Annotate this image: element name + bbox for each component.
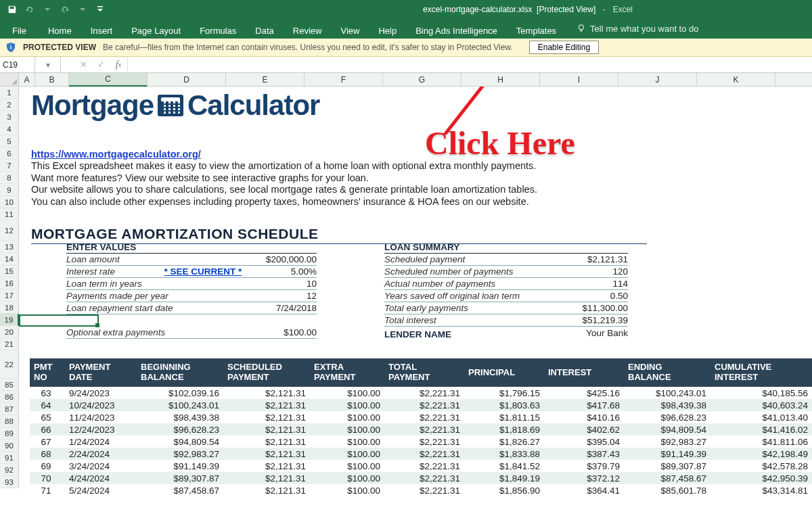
row-header-9[interactable]: 9: [0, 184, 19, 196]
cell-pmt-no: 64: [30, 400, 62, 410]
undo-icon[interactable]: [22, 2, 38, 17]
col-header-int[interactable]: INTEREST: [544, 358, 624, 387]
row-header-10[interactable]: 10: [0, 196, 19, 208]
cell-total-payment: $2,221.31: [384, 486, 464, 496]
param-value[interactable]: 5.00%: [291, 266, 317, 277]
enter-formula-icon[interactable]: ✓: [92, 57, 110, 72]
row-header-12[interactable]: 12: [0, 220, 19, 241]
row-header-20[interactable]: 20: [0, 326, 19, 338]
col-header-eb[interactable]: ENDINGBALANCE: [624, 358, 710, 387]
lender-name-value[interactable]: Your Bank: [586, 328, 628, 338]
summary-value: 114: [612, 279, 628, 289]
row-header-17[interactable]: 17: [0, 289, 19, 302]
row-header-5[interactable]: 5: [0, 135, 19, 147]
row-header-91[interactable]: 91: [0, 452, 19, 464]
col-header-date[interactable]: PAYMENTDATE: [62, 358, 137, 387]
col-header-F[interactable]: F: [304, 73, 383, 86]
row-header-7[interactable]: 7: [0, 160, 19, 172]
tab-data[interactable]: Data: [246, 18, 283, 39]
see-current-link[interactable]: * SEE CURRENT *: [164, 266, 242, 277]
name-box-dropdown-icon[interactable]: ▾: [35, 57, 61, 72]
tab-help[interactable]: Help: [369, 18, 406, 39]
tab-templates[interactable]: Templates: [507, 18, 566, 39]
row-header-19[interactable]: 19: [0, 314, 19, 326]
worksheet[interactable]: Mortgage Calculator https://www.mortgage…: [19, 87, 812, 496]
enable-editing-button[interactable]: Enable Editing: [529, 41, 599, 54]
summary-label: Scheduled payment: [384, 254, 465, 264]
col-header-J[interactable]: J: [618, 73, 697, 86]
row-header-22[interactable]: 22: [0, 350, 19, 379]
row-header-21[interactable]: 21: [0, 338, 19, 350]
row-header-6[interactable]: 6: [0, 147, 19, 160]
tab-insert[interactable]: Insert: [81, 18, 122, 39]
col-header-sp[interactable]: SCHEDULEDPAYMENT: [223, 358, 310, 387]
name-box[interactable]: C19: [0, 57, 35, 72]
row-header-3[interactable]: 3: [0, 111, 19, 123]
tab-page-layout[interactable]: Page Layout: [122, 18, 190, 39]
row-header-1[interactable]: 1: [0, 87, 19, 99]
row-header-16[interactable]: 16: [0, 277, 19, 289]
row-header-18[interactable]: 18: [0, 302, 19, 314]
col-header-ex[interactable]: EXTRAPAYMENT: [310, 358, 384, 387]
row-header-15[interactable]: 15: [0, 265, 19, 277]
row-header-90[interactable]: 90: [0, 440, 19, 452]
website-link[interactable]: https://www.mortgagecalculator.org/: [31, 149, 201, 160]
row-header-13[interactable]: 13: [0, 241, 19, 253]
save-icon[interactable]: [4, 2, 20, 17]
col-header-H[interactable]: H: [461, 73, 540, 86]
select-all-button[interactable]: [0, 73, 19, 86]
redo-drop-icon[interactable]: [74, 2, 91, 17]
tab-review[interactable]: Review: [284, 18, 332, 39]
col-header-bb[interactable]: BEGINNINGBALANCE: [137, 358, 223, 387]
tell-me-search[interactable]: Tell me what you want to do: [566, 18, 698, 39]
intro-line-4: You can also include other expenses incl…: [31, 196, 529, 207]
col-header-no[interactable]: PMTNO: [30, 358, 62, 387]
row-header-92[interactable]: 92: [0, 464, 19, 476]
tab-bing-ads[interactable]: Bing Ads Intelligence: [406, 18, 507, 39]
window-title: excel-mortgage-calculator.xlsx [Protecte…: [423, 5, 633, 14]
summary-value: $2,121.31: [587, 254, 628, 264]
tab-file[interactable]: File: [7, 18, 39, 39]
qat-customize-icon[interactable]: [92, 2, 108, 17]
row-header-2[interactable]: 2: [0, 99, 19, 111]
row-header-93[interactable]: 93: [0, 476, 19, 488]
param-value[interactable]: $200,000.00: [266, 254, 317, 264]
col-header-K[interactable]: K: [697, 73, 775, 86]
col-header-pr[interactable]: PRINCIPAL: [464, 358, 544, 387]
col-header-E[interactable]: E: [226, 73, 304, 86]
param-value[interactable]: 12: [307, 291, 317, 301]
col-header-C[interactable]: C: [69, 73, 148, 87]
col-header-tp[interactable]: TOTALPAYMENT: [384, 358, 464, 387]
table-row: 64 10/24/2023 $100,243.01 $2,121.31 $100…: [30, 399, 812, 411]
tab-home[interactable]: Home: [39, 18, 81, 39]
cell-principal: $1,803.63: [464, 400, 544, 410]
row-header-11[interactable]: 11: [0, 208, 19, 220]
tab-formulas[interactable]: Formulas: [190, 18, 246, 39]
undo-drop-icon[interactable]: [39, 2, 55, 17]
fx-icon[interactable]: fx: [110, 57, 127, 72]
col-header-ci[interactable]: CUMULATIVEINTEREST: [710, 358, 812, 387]
cell-cum-interest: $43,314.81: [710, 486, 812, 496]
row-header-89[interactable]: 89: [0, 427, 19, 440]
redo-icon[interactable]: [57, 2, 73, 17]
title-mode: [Protected View]: [537, 5, 595, 14]
col-header-G[interactable]: G: [383, 73, 461, 86]
row-header-8[interactable]: 8: [0, 172, 19, 184]
col-header-B[interactable]: B: [35, 73, 69, 86]
extra-payments-value[interactable]: $100.00: [284, 327, 317, 337]
col-header-I[interactable]: I: [540, 73, 618, 86]
row-header-88[interactable]: 88: [0, 415, 19, 427]
row-header-87[interactable]: 87: [0, 403, 19, 415]
row-header-4[interactable]: 4: [0, 123, 19, 135]
formula-input[interactable]: [128, 57, 812, 72]
col-header-A[interactable]: A: [19, 73, 35, 86]
col-header-D[interactable]: D: [148, 73, 226, 86]
row-header-86[interactable]: 86: [0, 391, 19, 403]
row-header-85[interactable]: 85: [0, 379, 19, 391]
tab-view[interactable]: View: [331, 18, 369, 39]
param-label: Loan amount: [66, 254, 120, 264]
row-header-14[interactable]: 14: [0, 253, 19, 265]
param-value[interactable]: 7/24/2018: [276, 303, 317, 313]
cancel-formula-icon[interactable]: ✕: [74, 57, 92, 72]
param-value[interactable]: 10: [307, 279, 317, 289]
